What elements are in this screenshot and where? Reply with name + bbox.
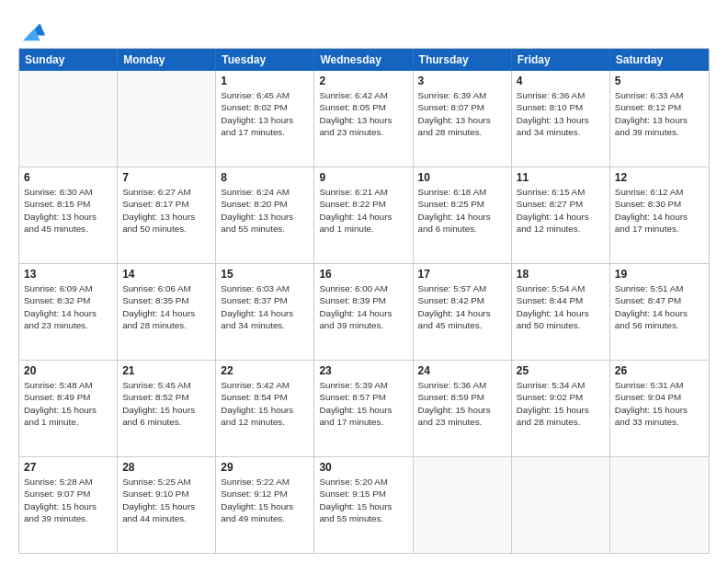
day-number: 25 [517,363,605,378]
calendar-cell: 22Sunrise: 5:42 AM Sunset: 8:54 PM Dayli… [216,361,314,456]
day-number: 4 [517,74,605,88]
day-info: Sunrise: 6:30 AM Sunset: 8:15 PM Dayligh… [24,186,112,235]
calendar-cell: 24Sunrise: 5:36 AM Sunset: 8:59 PM Dayli… [414,361,512,456]
calendar-cell: 29Sunrise: 5:22 AM Sunset: 9:12 PM Dayli… [216,457,314,553]
day-number: 21 [122,363,210,378]
day-info: Sunrise: 5:42 AM Sunset: 8:54 PM Dayligh… [221,379,309,428]
day-info: Sunrise: 6:45 AM Sunset: 8:02 PM Dayligh… [221,89,309,138]
calendar-cell: 26Sunrise: 5:31 AM Sunset: 9:04 PM Dayli… [610,361,709,456]
day-number: 18 [517,267,605,282]
day-info: Sunrise: 5:34 AM Sunset: 9:02 PM Dayligh… [517,379,605,428]
calendar-cell: 30Sunrise: 5:20 AM Sunset: 9:15 PM Dayli… [314,457,413,553]
day-number: 2 [319,74,407,88]
calendar-header: SundayMondayTuesdayWednesdayThursdayFrid… [19,49,709,71]
day-info: Sunrise: 5:31 AM Sunset: 9:04 PM Dayligh… [615,379,704,428]
day-number: 22 [221,363,309,378]
logo [18,17,47,39]
day-info: Sunrise: 6:18 AM Sunset: 8:25 PM Dayligh… [418,186,506,235]
day-info: Sunrise: 6:27 AM Sunset: 8:17 PM Dayligh… [122,186,210,235]
calendar-cell: 27Sunrise: 5:28 AM Sunset: 9:07 PM Dayli… [19,457,118,553]
day-info: Sunrise: 5:57 AM Sunset: 8:42 PM Dayligh… [418,282,506,331]
calendar-cell: 18Sunrise: 5:54 AM Sunset: 8:44 PM Dayli… [512,264,610,360]
day-number: 13 [24,267,112,282]
day-info: Sunrise: 5:39 AM Sunset: 8:57 PM Dayligh… [319,379,407,428]
day-header-monday: Monday [118,49,216,71]
day-header-tuesday: Tuesday [216,49,314,71]
day-info: Sunrise: 6:33 AM Sunset: 8:12 PM Dayligh… [615,89,704,138]
calendar-week-5: 27Sunrise: 5:28 AM Sunset: 9:07 PM Dayli… [19,456,709,553]
calendar-cell: 7Sunrise: 6:27 AM Sunset: 8:17 PM Daylig… [118,167,216,263]
calendar-cell: 2Sunrise: 6:42 AM Sunset: 8:05 PM Daylig… [314,71,413,167]
calendar-cell: 16Sunrise: 6:00 AM Sunset: 8:39 PM Dayli… [314,264,413,360]
day-info: Sunrise: 5:36 AM Sunset: 8:59 PM Dayligh… [418,379,506,428]
calendar-cell [19,71,118,167]
day-info: Sunrise: 6:39 AM Sunset: 8:07 PM Dayligh… [418,89,506,138]
day-number: 1 [221,74,309,88]
calendar-cell: 20Sunrise: 5:48 AM Sunset: 8:49 PM Dayli… [19,361,118,456]
calendar-cell: 17Sunrise: 5:57 AM Sunset: 8:42 PM Dayli… [414,264,512,360]
calendar-cell: 8Sunrise: 6:24 AM Sunset: 8:20 PM Daylig… [216,167,314,263]
day-number: 17 [418,267,506,282]
header [18,17,710,39]
day-info: Sunrise: 5:48 AM Sunset: 8:49 PM Dayligh… [24,379,112,428]
day-header-saturday: Saturday [610,49,709,71]
calendar: SundayMondayTuesdayWednesdayThursdayFrid… [18,48,710,554]
day-info: Sunrise: 6:09 AM Sunset: 8:32 PM Dayligh… [24,282,112,331]
calendar-cell [414,457,512,553]
day-info: Sunrise: 5:25 AM Sunset: 9:10 PM Dayligh… [122,476,210,524]
day-number: 27 [24,460,112,475]
day-info: Sunrise: 6:03 AM Sunset: 8:37 PM Dayligh… [221,282,309,331]
day-number: 30 [319,460,407,475]
calendar-cell: 15Sunrise: 6:03 AM Sunset: 8:37 PM Dayli… [216,264,314,360]
calendar-cell: 25Sunrise: 5:34 AM Sunset: 9:02 PM Dayli… [512,361,610,456]
day-info: Sunrise: 6:24 AM Sunset: 8:20 PM Dayligh… [221,186,309,235]
day-number: 5 [615,74,704,88]
calendar-cell: 11Sunrise: 6:15 AM Sunset: 8:27 PM Dayli… [512,167,610,263]
day-header-wednesday: Wednesday [314,49,413,71]
day-number: 24 [418,363,506,378]
calendar-cell: 19Sunrise: 5:51 AM Sunset: 8:47 PM Dayli… [610,264,709,360]
day-number: 11 [517,170,605,185]
calendar-cell: 13Sunrise: 6:09 AM Sunset: 8:32 PM Dayli… [19,264,118,360]
day-number: 29 [221,460,309,475]
day-header-sunday: Sunday [19,49,118,71]
calendar-week-1: 1Sunrise: 6:45 AM Sunset: 8:02 PM Daylig… [19,71,709,167]
day-number: 9 [319,170,407,185]
logo-icon [21,17,47,42]
day-info: Sunrise: 6:42 AM Sunset: 8:05 PM Dayligh… [319,89,407,138]
day-number: 3 [418,74,506,88]
calendar-week-4: 20Sunrise: 5:48 AM Sunset: 8:49 PM Dayli… [19,360,709,456]
day-number: 28 [122,460,210,475]
day-number: 23 [319,363,407,378]
calendar-cell: 6Sunrise: 6:30 AM Sunset: 8:15 PM Daylig… [19,167,118,263]
day-number: 20 [24,363,112,378]
day-number: 14 [122,267,210,282]
calendar-body: 1Sunrise: 6:45 AM Sunset: 8:02 PM Daylig… [19,71,709,553]
day-info: Sunrise: 6:12 AM Sunset: 8:30 PM Dayligh… [615,186,704,235]
day-info: Sunrise: 5:45 AM Sunset: 8:52 PM Dayligh… [122,379,210,428]
day-info: Sunrise: 5:22 AM Sunset: 9:12 PM Dayligh… [221,476,309,524]
day-header-friday: Friday [512,49,610,71]
calendar-week-3: 13Sunrise: 6:09 AM Sunset: 8:32 PM Dayli… [19,263,709,360]
calendar-cell: 28Sunrise: 5:25 AM Sunset: 9:10 PM Dayli… [118,457,216,553]
calendar-cell: 9Sunrise: 6:21 AM Sunset: 8:22 PM Daylig… [314,167,413,263]
day-number: 26 [615,363,704,378]
day-number: 15 [221,267,309,282]
day-number: 6 [24,170,112,185]
day-info: Sunrise: 6:36 AM Sunset: 8:10 PM Dayligh… [517,89,605,138]
day-info: Sunrise: 6:15 AM Sunset: 8:27 PM Dayligh… [517,186,605,235]
calendar-cell: 10Sunrise: 6:18 AM Sunset: 8:25 PM Dayli… [414,167,512,263]
calendar-cell: 12Sunrise: 6:12 AM Sunset: 8:30 PM Dayli… [610,167,709,263]
day-header-thursday: Thursday [414,49,512,71]
calendar-cell: 4Sunrise: 6:36 AM Sunset: 8:10 PM Daylig… [512,71,610,167]
day-info: Sunrise: 6:06 AM Sunset: 8:35 PM Dayligh… [122,282,210,331]
calendar-cell: 14Sunrise: 6:06 AM Sunset: 8:35 PM Dayli… [118,264,216,360]
day-number: 10 [418,170,506,185]
calendar-cell [118,71,216,167]
calendar-cell: 3Sunrise: 6:39 AM Sunset: 8:07 PM Daylig… [414,71,512,167]
day-info: Sunrise: 5:51 AM Sunset: 8:47 PM Dayligh… [615,282,704,331]
day-number: 16 [319,267,407,282]
day-info: Sunrise: 5:28 AM Sunset: 9:07 PM Dayligh… [24,476,112,524]
day-info: Sunrise: 6:00 AM Sunset: 8:39 PM Dayligh… [319,282,407,331]
calendar-cell: 21Sunrise: 5:45 AM Sunset: 8:52 PM Dayli… [118,361,216,456]
